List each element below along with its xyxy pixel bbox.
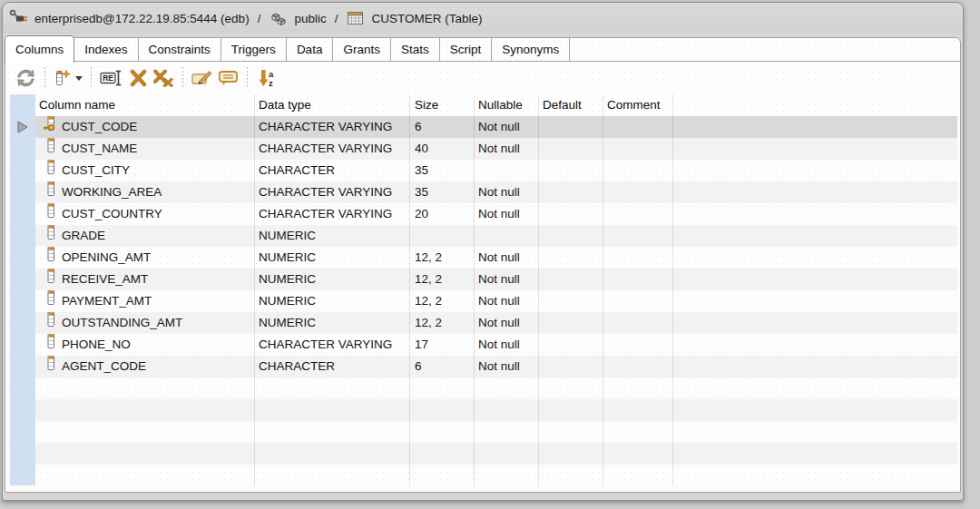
cell-empty (255, 399, 410, 421)
cell-empty (255, 421, 410, 443)
cell-data-type: CHARACTER VARYING (255, 334, 410, 356)
cell-empty (539, 443, 603, 465)
header-nullable[interactable]: Nullable (475, 94, 539, 116)
header-filler (673, 94, 957, 116)
cell-comment (603, 138, 673, 160)
cell-empty (475, 377, 539, 399)
rename-button[interactable]: RE (98, 65, 125, 91)
tab-constraints[interactable]: Constraints (139, 38, 221, 61)
header-default[interactable]: Default (539, 94, 603, 116)
cell-empty (539, 399, 603, 421)
table-row[interactable]: RECEIVE_AMTNUMERIC12, 2Not null (35, 269, 957, 290)
schema-icon (269, 9, 289, 27)
edit-comment-button[interactable] (190, 65, 215, 91)
refresh-button[interactable] (13, 65, 38, 91)
cell-nullable: Not null (475, 181, 539, 203)
table-header-row: Column name Data type Size Nullable Defa… (35, 94, 957, 116)
cell-empty (410, 377, 475, 399)
cell-empty (35, 443, 255, 465)
cell-column-name: WORKING_AREA (35, 181, 255, 203)
cell-default (539, 181, 603, 203)
cell-filler (673, 312, 957, 334)
row-marker-gutter[interactable] (10, 94, 35, 485)
table-row[interactable]: CUST_NAMECHARACTER VARYING40Not null (35, 138, 957, 160)
column-icon (43, 290, 62, 312)
cell-empty (35, 465, 255, 486)
table-row[interactable]: PAYMENT_AMTNUMERIC12, 2Not null (35, 290, 957, 312)
cell-column-name: OPENING_AMT (35, 247, 255, 269)
table-row[interactable]: AGENT_CODECHARACTER6Not null (35, 356, 957, 377)
sort-az-icon: a z (258, 68, 276, 88)
breadcrumb-separator: / (258, 12, 261, 25)
cell-empty (603, 443, 673, 465)
cell-default (539, 290, 603, 312)
comment-button[interactable] (215, 65, 240, 91)
column-icon (43, 247, 62, 269)
cell-data-type: NUMERIC (255, 269, 410, 290)
breadcrumb-object: CUSTOMER (Table) (371, 12, 482, 25)
cell-size: 20 (410, 203, 475, 225)
cell-empty (539, 421, 603, 443)
header-size[interactable]: Size (410, 94, 475, 116)
tab-script[interactable]: Script (440, 38, 493, 61)
cell-column-name: AGENT_CODE (35, 356, 255, 377)
tab-synonyms[interactable]: Synonyms (492, 38, 570, 61)
sort-az-button[interactable]: a z (254, 65, 279, 91)
breadcrumb-schema[interactable]: public (294, 12, 326, 25)
cell-data-type: CHARACTER VARYING (255, 138, 410, 160)
delete-button[interactable] (125, 65, 151, 91)
cell-comment (603, 312, 673, 334)
tab-grants[interactable]: Grants (333, 38, 391, 61)
tab-data[interactable]: Data (287, 38, 334, 61)
cell-nullable (475, 225, 539, 247)
table-row[interactable]: CUST_CODECHARACTER VARYING6Not null (35, 116, 957, 138)
cell-empty (255, 443, 410, 465)
cell-comment (603, 160, 673, 181)
toolbar-separator (91, 67, 92, 89)
table-row[interactable]: WORKING_AREACHARACTER VARYING35Not null (35, 181, 957, 203)
cell-size: 12, 2 (410, 290, 475, 312)
cell-size: 17 (410, 334, 475, 356)
cell-comment (603, 334, 673, 356)
cell-data-type: CHARACTER VARYING (255, 203, 410, 225)
svg-text:RE: RE (103, 73, 113, 83)
column-name-label: CUST_CITY (62, 160, 130, 181)
new-column-icon (54, 69, 72, 87)
cell-empty (603, 399, 673, 421)
table-row[interactable]: GRADENUMERIC (35, 225, 957, 247)
breadcrumb-connection[interactable]: enterprisedb@172.22.19.85:5444 (edb) (34, 12, 250, 25)
new-column-button[interactable] (52, 65, 84, 91)
cell-column-name: OUTSTANDING_AMT (35, 312, 255, 334)
cell-empty (410, 443, 475, 465)
cell-empty (539, 377, 603, 399)
tab-stats[interactable]: Stats (391, 38, 440, 61)
cell-empty (475, 399, 539, 421)
cell-filler (673, 269, 957, 290)
table-row[interactable]: OUTSTANDING_AMTNUMERIC12, 2Not null (35, 312, 957, 334)
tab-triggers[interactable]: Triggers (221, 38, 287, 61)
cell-empty (410, 465, 475, 486)
empty-row (35, 443, 957, 465)
table-row[interactable]: OPENING_AMTNUMERIC12, 2Not null (35, 247, 957, 269)
header-data-type[interactable]: Data type (255, 94, 410, 116)
table-row[interactable]: PHONE_NOCHARACTER VARYING17Not null (35, 334, 957, 356)
cell-empty (475, 421, 539, 443)
cell-default (539, 160, 603, 181)
cell-filler (673, 203, 957, 225)
header-comment[interactable]: Comment (603, 94, 673, 116)
cell-size: 6 (410, 116, 475, 138)
toolbar-separator (182, 67, 183, 89)
table-row[interactable]: CUST_CITYCHARACTER35 (35, 160, 957, 181)
refresh-icon (15, 69, 36, 87)
column-name-label: OPENING_AMT (62, 247, 151, 269)
dropdown-arrow-icon[interactable] (75, 76, 83, 81)
tab-indexes[interactable]: Indexes (74, 38, 138, 61)
tab-columns[interactable]: Columns (5, 35, 74, 63)
header-column-name[interactable]: Column name (35, 94, 255, 116)
cell-data-type: NUMERIC (255, 290, 410, 312)
app-window: enterprisedb@172.22.19.85:5444 (edb) / p… (2, 2, 964, 501)
cell-column-name: CUST_CODE (35, 116, 255, 138)
cell-empty (475, 465, 539, 486)
delete-cascade-button[interactable] (151, 65, 176, 91)
table-row[interactable]: CUST_COUNTRYCHARACTER VARYING20Not null (35, 203, 957, 225)
